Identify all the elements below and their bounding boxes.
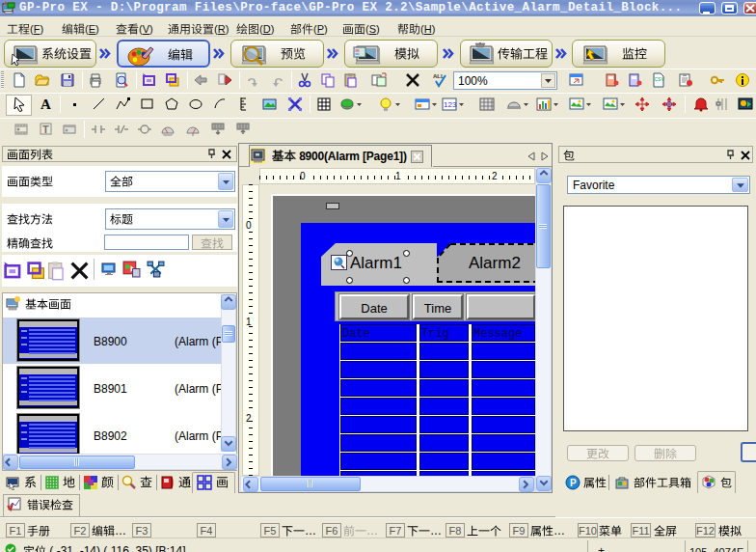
svg-text:T: T	[42, 124, 49, 135]
svg-text:0: 0	[300, 171, 306, 181]
svg-text:0: 0	[246, 220, 252, 231]
svg-text:123: 123	[444, 100, 457, 109]
svg-text:P: P	[570, 478, 577, 488]
svg-text:Message: Message	[473, 327, 522, 341]
svg-text:Date: Date	[342, 327, 370, 341]
svg-text:2: 2	[246, 413, 252, 424]
svg-text:1: 1	[246, 317, 252, 327]
svg-text:A: A	[40, 97, 51, 112]
svg-text:CSV: CSV	[655, 76, 665, 82]
svg-text:2: 2	[492, 171, 498, 181]
svg-text:Trig: Trig	[421, 327, 449, 341]
svg-text:1: 1	[395, 171, 401, 181]
